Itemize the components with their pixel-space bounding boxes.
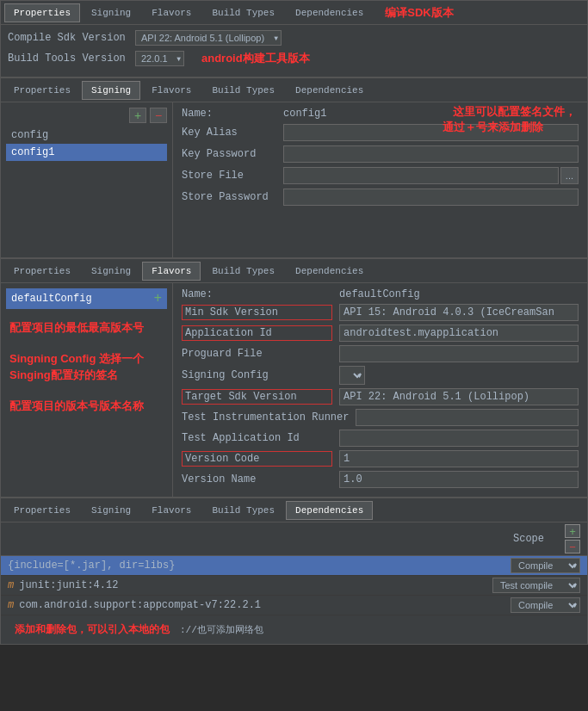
dep-annotation-extra: ://也可添加网络包: [180, 623, 263, 636]
dep-scope-wrap-0[interactable]: Compile: [511, 558, 580, 573]
build-tools-select[interactable]: 22.0.1: [135, 51, 184, 66]
target-sdk-label: Target Sdk Version: [182, 389, 332, 405]
test-runner-input[interactable]: [356, 409, 579, 426]
signing-left: + − config config1: [1, 102, 173, 257]
signing-config-row: Signing Config: [182, 366, 579, 385]
tab-flavors-3[interactable]: Flavors: [142, 262, 201, 281]
tab-dependencies-4[interactable]: Dependencies: [286, 501, 373, 520]
key-password-input[interactable]: [283, 145, 579, 163]
store-file-label: Store File: [182, 170, 276, 182]
test-runner-label: Test Instrumentation Runner: [182, 411, 349, 424]
annotation-signing: 这里可以配置签名文件，通过＋号来添加删除: [443, 105, 576, 133]
store-file-wrap: ...: [283, 167, 579, 184]
tab-dependencies-2[interactable]: Dependencies: [286, 81, 373, 100]
test-app-id-input[interactable]: [339, 430, 579, 447]
store-file-row: Store File ...: [182, 167, 579, 184]
dep-scope-wrap-1[interactable]: Test compile: [492, 578, 580, 593]
tab-signing-3[interactable]: Signing: [82, 262, 140, 281]
dep-name-1: junit:junit:4.12: [19, 579, 489, 591]
store-password-input[interactable]: [283, 189, 579, 206]
tab-properties-3[interactable]: Properties: [4, 262, 80, 281]
compile-sdk-label: Compile Sdk Version: [8, 32, 128, 44]
panel1-body: Compile Sdk Version API 22: Android 5.1 …: [1, 25, 587, 77]
test-app-id-row: Test Application Id: [182, 430, 579, 447]
tab-buildtypes-1[interactable]: Build Types: [202, 3, 284, 22]
signing-buttons: + −: [6, 108, 167, 123]
tab-dependencies-3[interactable]: Dependencies: [286, 262, 373, 281]
target-sdk-input[interactable]: [339, 388, 579, 405]
test-runner-row: Test Instrumentation Runner: [182, 409, 579, 426]
signing-body: + − config config1 这里可以配置签名文件，通过＋号来添加删除 …: [1, 102, 587, 257]
tab-flavors-2[interactable]: Flavors: [142, 81, 201, 100]
dep-body: Scope + − {include=[*.jar], dir=libs} Co…: [1, 522, 587, 644]
annotation-version: 配置项目的版本号版本名称: [6, 394, 167, 418]
tab-properties-2[interactable]: Properties: [4, 81, 80, 100]
flavor-name-label: Name:: [182, 288, 332, 300]
annotation-sdk: 编译SDK版本: [385, 5, 453, 21]
build-tools-row: Build Tools Version 22.0.1 android构建工具版本: [8, 51, 580, 66]
signing-item-config1[interactable]: config1: [6, 144, 167, 161]
dep-scope-select-1[interactable]: Test compile: [492, 578, 580, 593]
min-sdk-input[interactable]: [339, 304, 579, 321]
flavors-right: Name: defaultConfig Min Sdk Version Appl…: [173, 283, 587, 497]
key-password-row: Key Password: [182, 145, 579, 163]
add-signing-button[interactable]: +: [129, 108, 146, 123]
tab-bar-2: Properties Signing Flavors Build Types D…: [1, 78, 587, 102]
panel-dependencies: Properties Signing Flavors Build Types D…: [0, 498, 588, 645]
store-password-row: Store Password: [182, 189, 579, 206]
app-id-label: Application Id: [182, 325, 332, 341]
compile-sdk-select[interactable]: API 22: Android 5.1 (Lollipop): [135, 30, 282, 46]
store-password-label: Store Password: [182, 191, 276, 203]
compile-sdk-select-wrap[interactable]: API 22: Android 5.1 (Lollipop): [135, 30, 282, 46]
dep-name-2: com.android.support:appcompat-v7:22.2.1: [19, 599, 507, 611]
version-name-input[interactable]: [339, 471, 579, 488]
store-file-input[interactable]: [283, 167, 559, 184]
dep-scope-wrap-2[interactable]: Compile: [511, 597, 580, 613]
remove-dep-button[interactable]: −: [565, 540, 580, 553]
compile-sdk-row: Compile Sdk Version API 22: Android 5.1 …: [8, 30, 580, 46]
tab-properties-1[interactable]: Properties: [4, 3, 80, 22]
version-code-row: Version Code: [182, 450, 579, 467]
proguard-input[interactable]: [339, 345, 579, 362]
signing-config-select-wrap[interactable]: [339, 366, 365, 385]
tab-bar-1: Properties Signing Flavors Build Types D…: [1, 1, 587, 25]
flavor-name-row: Name: defaultConfig: [182, 288, 579, 300]
tab-flavors-1[interactable]: Flavors: [142, 3, 201, 22]
tab-buildtypes-3[interactable]: Build Types: [202, 262, 284, 281]
dep-row-2[interactable]: m com.android.support:appcompat-v7:22.2.…: [1, 596, 587, 615]
flavors-item-default[interactable]: defaultConfig +: [6, 288, 167, 309]
signing-item-config[interactable]: config: [6, 127, 167, 144]
tab-properties-4[interactable]: Properties: [4, 501, 80, 520]
version-name-row: Version Name: [182, 471, 579, 488]
panel-signing: Properties Signing Flavors Build Types D…: [0, 77, 588, 258]
tab-buildtypes-2[interactable]: Build Types: [202, 81, 284, 100]
signing-config-select[interactable]: [339, 366, 365, 385]
app-id-row: Application Id: [182, 325, 579, 342]
dep-scope-select-0[interactable]: Compile: [511, 558, 580, 573]
version-code-input[interactable]: [339, 450, 579, 467]
tab-signing-1[interactable]: Signing: [82, 3, 140, 22]
tab-flavors-4[interactable]: Flavors: [142, 501, 201, 520]
tab-bar-3: Properties Signing Flavors Build Types D…: [1, 259, 587, 283]
tab-bar-4: Properties Signing Flavors Build Types D…: [1, 498, 587, 522]
store-file-browse-button[interactable]: ...: [560, 167, 579, 184]
build-tools-label: Build Tools Version: [8, 53, 128, 65]
app-id-input[interactable]: [339, 325, 579, 342]
add-flavor-button[interactable]: +: [153, 291, 162, 306]
panel-flavors: Properties Signing Flavors Build Types D…: [0, 258, 588, 498]
add-dep-button[interactable]: +: [565, 524, 580, 538]
tab-signing-4[interactable]: Signing: [82, 501, 140, 520]
tab-buildtypes-4[interactable]: Build Types: [202, 501, 284, 520]
remove-signing-button[interactable]: −: [150, 108, 167, 123]
dep-row-0[interactable]: {include=[*.jar], dir=libs} Compile: [1, 556, 587, 576]
version-name-label: Version Name: [182, 473, 332, 485]
tab-signing-2[interactable]: Signing: [82, 81, 140, 100]
dep-icon-1: m: [8, 579, 14, 591]
dep-scope-select-2[interactable]: Compile: [511, 597, 580, 613]
dep-annotation: 添加和删除包，可以引入本地的包: [8, 619, 176, 640]
signing-name-value: config1: [283, 108, 326, 120]
annotation-minmax: 配置项目的最低最高版本号: [6, 316, 167, 340]
tab-dependencies-1[interactable]: Dependencies: [286, 3, 373, 22]
build-tools-select-wrap[interactable]: 22.0.1: [135, 51, 184, 66]
dep-row-1[interactable]: m junit:junit:4.12 Test compile: [1, 576, 587, 596]
